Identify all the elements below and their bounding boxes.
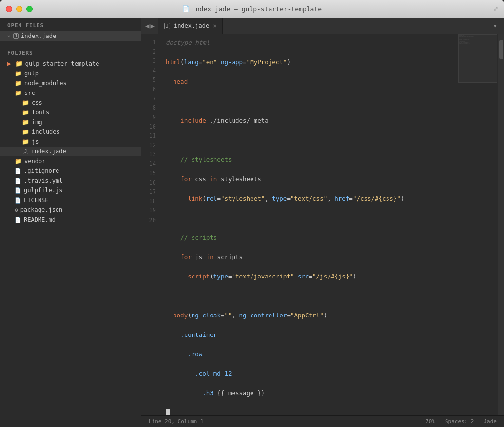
code-container[interactable]: 1 2 3 4 5 6 7 8 9 10 11 12 13 14 15 16 1… xyxy=(141,34,504,415)
folder-fonts[interactable]: 📁 fonts xyxy=(0,108,141,117)
folder-icon: 📁 xyxy=(22,109,29,116)
folder-label: gulp xyxy=(24,70,39,77)
folder-node-modules[interactable]: 📁 node_modules xyxy=(0,78,141,88)
file-readme[interactable]: 📄 README.md xyxy=(0,215,141,224)
file-icon: 📄 xyxy=(15,178,21,184)
status-bar: Line 20, Column 1 70% Spaces: 2 Jade xyxy=(141,415,504,427)
folder-label: src xyxy=(24,90,35,96)
folder-icon: ▶ 📁 xyxy=(7,60,23,67)
file-travis[interactable]: 📄 .travis.yml xyxy=(0,176,141,186)
tab-label: index.jade xyxy=(174,22,209,29)
tab-dropdown-button[interactable]: ▾ xyxy=(488,18,502,34)
main-layout: OPEN FILES ✕ J index.jade FOLDERS ▶ 📁 gu… xyxy=(0,18,504,427)
spaces-info: Spaces: 2 xyxy=(445,418,474,425)
language-mode: Jade xyxy=(484,418,497,425)
folder-gulp[interactable]: 📁 gulp xyxy=(0,69,141,78)
open-files-label: OPEN FILES xyxy=(0,18,141,31)
nav-arrows[interactable]: ◀ ▶ xyxy=(143,18,158,34)
scrollbar-thumb[interactable] xyxy=(499,40,503,59)
expand-button[interactable]: ⤢ xyxy=(493,5,498,12)
jade-icon: J xyxy=(23,149,28,154)
folder-label: js xyxy=(32,138,39,145)
minimize-button[interactable] xyxy=(16,6,22,12)
file-label: LICENSE xyxy=(24,197,49,204)
prev-arrow[interactable]: ◀ xyxy=(145,22,149,30)
folder-label: includes xyxy=(32,129,60,135)
tab-close-button[interactable]: ✕ xyxy=(213,22,216,29)
gear-icon: ⚙ xyxy=(15,207,18,213)
jade-file-icon: J xyxy=(13,33,19,39)
folder-css[interactable]: 📁 css xyxy=(0,98,141,108)
editor-area: ◀ ▶ J index.jade ✕ ▾ 1 2 3 4 5 6 7 8 9 xyxy=(141,18,504,427)
file-index-jade[interactable]: J index.jade xyxy=(0,147,141,156)
folder-label: img xyxy=(32,119,42,126)
file-label: gulpfile.js xyxy=(24,187,62,194)
tab-file-icon: J xyxy=(164,23,170,29)
file-label: package.json xyxy=(20,206,63,213)
file-gitignore[interactable]: 📄 .gitignore xyxy=(0,166,141,176)
file-icon: 📄 xyxy=(15,197,21,204)
folder-gulp-starter-template[interactable]: ▶ 📁 gulp-starter-template xyxy=(0,58,141,69)
open-file-index-jade[interactable]: ✕ J index.jade xyxy=(0,31,141,41)
line-numbers: 1 2 3 4 5 6 7 8 9 10 11 12 13 14 15 16 1… xyxy=(141,34,161,415)
folder-icon: 📁 xyxy=(15,80,22,87)
folders-label: FOLDERS xyxy=(0,45,141,58)
folder-vendor[interactable]: 📁 vendor xyxy=(0,156,141,166)
minimap: doctype htmlhtml(lang="en" ng-app="MyPro… xyxy=(458,34,497,83)
folder-src[interactable]: 📁 src xyxy=(0,88,141,98)
tab-index-jade[interactable]: J index.jade ✕ xyxy=(158,18,223,34)
folder-icon: 📁 xyxy=(22,119,29,126)
maximize-button[interactable] xyxy=(26,6,33,12)
file-label: index.jade xyxy=(31,148,66,155)
folder-img[interactable]: 📁 img xyxy=(0,117,141,127)
title-bar: 📄 index.jade — gulp-starter-template ⤢ xyxy=(0,0,504,18)
folder-icon: 📁 xyxy=(15,158,22,165)
next-arrow[interactable]: ▶ xyxy=(150,22,154,30)
status-right: 70% Spaces: 2 Jade xyxy=(426,418,497,425)
file-gulpfile[interactable]: 📄 gulpfile.js xyxy=(0,186,141,195)
zoom-level: 70% xyxy=(426,418,435,425)
scrollbar[interactable] xyxy=(498,34,504,415)
folder-icon: 📁 xyxy=(15,90,22,96)
code-editor[interactable]: doctype html html(lang="en" ng-app="MyPr… xyxy=(161,34,498,415)
close-button[interactable] xyxy=(6,6,12,12)
window-title: 📄 index.jade — gulp-starter-template xyxy=(182,5,322,13)
file-label: README.md xyxy=(24,216,56,223)
folder-icon: 📁 xyxy=(22,99,29,106)
folder-js[interactable]: 📁 js xyxy=(0,137,141,147)
folder-label: gulp-starter-template xyxy=(25,60,99,67)
folder-label: fonts xyxy=(32,109,49,116)
folder-label: node_modules xyxy=(24,80,67,87)
cursor-position: Line 20, Column 1 xyxy=(149,418,204,425)
folder-label: vendor xyxy=(24,158,45,165)
tab-bar: ◀ ▶ J index.jade ✕ ▾ xyxy=(141,18,504,34)
close-file-icon[interactable]: ✕ xyxy=(7,33,11,39)
folder-icon: 📁 xyxy=(22,129,29,135)
file-packagejson[interactable]: ⚙ package.json xyxy=(0,205,141,215)
status-left: Line 20, Column 1 xyxy=(149,418,204,425)
folder-includes[interactable]: 📁 includes xyxy=(0,127,141,137)
window-controls[interactable] xyxy=(6,6,33,12)
file-label: .gitignore xyxy=(24,167,59,174)
file-icon: 📄 xyxy=(15,168,21,174)
sidebar: OPEN FILES ✕ J index.jade FOLDERS ▶ 📁 gu… xyxy=(0,18,141,427)
folder-icon: 📁 xyxy=(15,70,22,77)
file-label: .travis.yml xyxy=(24,177,62,184)
title-file-icon: 📄 xyxy=(182,5,190,12)
file-icon: 📄 xyxy=(15,187,21,194)
folder-icon: 📁 xyxy=(22,138,29,145)
file-license[interactable]: 📄 LICENSE xyxy=(0,195,141,205)
open-file-name: index.jade xyxy=(21,33,56,39)
file-icon: 📄 xyxy=(15,217,21,223)
folder-label: css xyxy=(32,99,42,106)
